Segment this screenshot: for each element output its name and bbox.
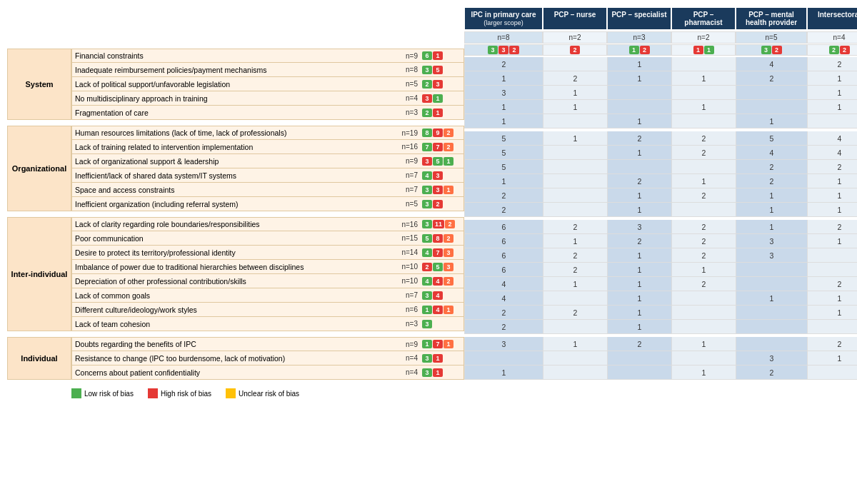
data-cell xyxy=(808,248,857,262)
barrier-name: Inefficient/lack of shared data system/I… xyxy=(72,170,394,181)
barrier-badges: 442 xyxy=(421,276,463,286)
data-cell: 2 xyxy=(543,220,608,233)
header-badge-row: 332212113222 xyxy=(464,44,857,56)
barrier-n: n=7 xyxy=(394,291,421,299)
header-badge-cell-0: 332 xyxy=(464,44,543,56)
barrier-badge: 7 xyxy=(433,143,443,151)
data-cell: 1 xyxy=(808,174,857,188)
data-cell: 2 xyxy=(672,248,736,262)
barrier-badge: 8 xyxy=(433,234,443,243)
barrier-name: Lack of training related to intervention… xyxy=(72,141,394,153)
data-row: 2142 xyxy=(465,57,857,71)
data-cell: 1 xyxy=(608,263,672,276)
section-data-0: 21421211213111111111 xyxy=(464,57,857,128)
data-cell: 1 xyxy=(465,174,543,188)
header-n-1: n=2 xyxy=(543,31,607,44)
data-cell: 1 xyxy=(672,100,736,114)
legend-color-box xyxy=(148,388,158,398)
data-cell: 1 xyxy=(808,86,857,99)
barrier-badge: 2 xyxy=(443,234,453,243)
data-cell xyxy=(543,320,608,333)
barrier-name: Space and access constraints xyxy=(72,184,394,196)
data-cell: 1 xyxy=(736,203,808,216)
header-badge: 2 xyxy=(509,46,519,54)
barrier-badge: 4 xyxy=(433,291,443,300)
barrier-name: Doubts regarding the benefits of IPC xyxy=(72,338,394,350)
legend-item: Low risk of bias xyxy=(71,388,134,398)
barrier-n: n=14 xyxy=(394,248,421,256)
barrier-name: Lack of clarity regarding role boundarie… xyxy=(72,218,394,230)
barrier-badge: 4 xyxy=(422,277,432,286)
data-row: 21 xyxy=(465,320,857,334)
barrier-badges: 3 xyxy=(421,319,463,329)
barrier-badges: 43 xyxy=(421,171,463,181)
barrier-row: No multidisciplinary approach in trainin… xyxy=(71,91,464,106)
barrier-n: n=7 xyxy=(394,186,421,193)
data-cell xyxy=(736,306,808,319)
barrier-badges: 772 xyxy=(421,142,463,152)
data-row: 111 xyxy=(465,114,857,128)
data-cell xyxy=(736,337,808,351)
data-cell: 5 xyxy=(465,131,543,145)
barrier-badge: 3 xyxy=(433,186,443,194)
data-cell: 1 xyxy=(543,277,608,291)
data-cell xyxy=(808,320,857,333)
data-cell: 2 xyxy=(465,306,543,319)
data-cell: 1 xyxy=(543,131,608,145)
barrier-badges: 3112 xyxy=(421,219,463,229)
barrier-badge: 3 xyxy=(422,94,432,103)
barrier-name: Lack of common goals xyxy=(72,290,394,301)
data-cell: 2 xyxy=(543,71,608,85)
data-cell xyxy=(808,366,857,379)
data-cell xyxy=(543,291,608,305)
barrier-badge: 5 xyxy=(422,234,432,243)
barrier-badge: 5 xyxy=(433,263,443,271)
barrier-n: n=16 xyxy=(394,143,421,151)
data-cell: 2 xyxy=(608,234,672,248)
barrier-row: Inefficient/lack of shared data system/I… xyxy=(71,168,464,183)
barrier-row: Depreciation of other professional contr… xyxy=(71,274,464,288)
barrier-name: Imbalance of power due to traditional hi… xyxy=(72,261,394,273)
data-row: 121121 xyxy=(465,71,857,86)
data-cell: 5 xyxy=(736,131,808,145)
barrier-badge: 4 xyxy=(422,171,432,180)
data-cell: 1 xyxy=(608,306,672,319)
header-badge: 1 xyxy=(629,46,639,54)
data-cell: 2 xyxy=(808,337,857,351)
barrier-badge: 1 xyxy=(433,109,443,117)
data-row: 31212 xyxy=(465,337,857,351)
data-cell xyxy=(608,86,672,99)
data-cell: 6 xyxy=(465,263,543,276)
barrier-row: Poor communicationn=15582 xyxy=(71,231,464,246)
barrier-name: Depreciation of other professional contr… xyxy=(72,276,394,287)
barrier-badge: 9 xyxy=(433,128,443,137)
barrier-name: Lack of organizational support & leaders… xyxy=(72,156,394,167)
barrier-badges: 32 xyxy=(421,199,463,209)
barrier-n: n=4 xyxy=(394,368,421,376)
barrier-badge: 7 xyxy=(433,248,443,257)
barrier-badge: 3 xyxy=(443,248,453,257)
barrier-badge: 1 xyxy=(433,354,443,363)
data-row: 522 xyxy=(465,160,857,174)
data-cell: 2 xyxy=(608,131,672,145)
barrier-n: n=10 xyxy=(394,263,421,271)
barrier-badges: 61 xyxy=(421,51,463,61)
header-badge: 2 xyxy=(570,46,580,54)
data-cell xyxy=(543,351,608,365)
data-cell: 1 xyxy=(465,71,543,85)
data-cell: 1 xyxy=(808,234,857,248)
data-cell xyxy=(672,291,736,305)
legend-label: High risk of bias xyxy=(161,390,211,398)
data-cell: 2 xyxy=(672,277,736,291)
data-cell: 2 xyxy=(736,174,808,188)
data-cell xyxy=(672,86,736,99)
data-row: 41122 xyxy=(465,277,857,291)
barrier-name: Poor communication xyxy=(72,233,394,244)
data-cell: 2 xyxy=(808,220,857,233)
data-cell: 3 xyxy=(736,248,808,262)
data-cell: 1 xyxy=(608,57,672,71)
header-badge: 2 xyxy=(829,46,839,54)
col-header-4: PCP – mental health provider xyxy=(736,7,807,30)
data-cell: 2 xyxy=(543,306,608,319)
data-cell: 1 xyxy=(465,114,543,128)
